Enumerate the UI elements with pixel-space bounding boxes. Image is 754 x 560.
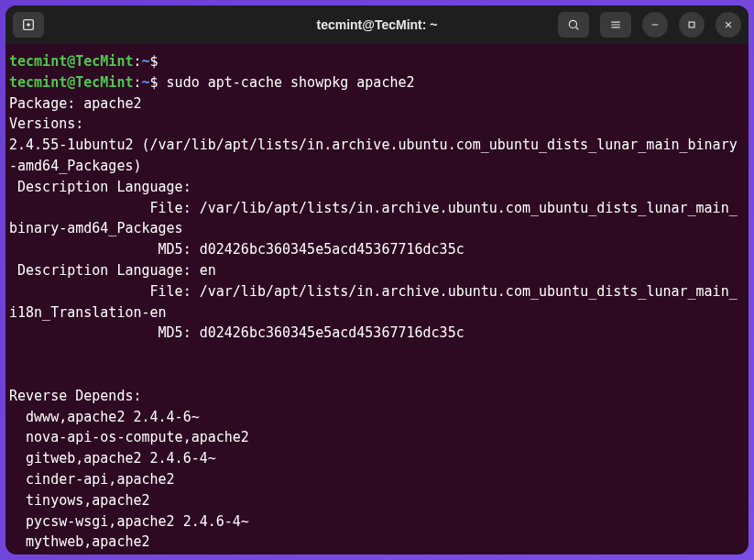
terminal-line: File: /var/lib/apt/lists/in.archive.ubun… xyxy=(9,198,745,240)
output-text: Description Language: xyxy=(9,179,191,195)
output-text: Reverse Depends: xyxy=(9,388,142,404)
output-text: 2.4.55-1ubuntu2 (/var/lib/apt/lists/in.a… xyxy=(9,137,738,174)
terminal-line: tinyows,apache2 xyxy=(9,490,745,511)
terminal-line: File: /var/lib/apt/lists/in.archive.ubun… xyxy=(9,281,745,324)
prompt-user-host: tecmint@TecMint xyxy=(9,53,133,70)
titlebar-left xyxy=(13,12,44,38)
titlebar: tecmint@TecMint: ~ xyxy=(5,5,749,44)
terminal-line: mythweb,apache2 xyxy=(9,532,745,553)
output-text: tinyows,apache2 xyxy=(9,492,150,509)
prompt-colon: : xyxy=(133,53,141,70)
minimize-icon xyxy=(649,18,661,31)
terminal-line: Package: apache2 xyxy=(9,93,745,115)
prompt-colon: : xyxy=(133,74,141,91)
prompt-path: ~ xyxy=(142,74,150,91)
terminal-line xyxy=(9,365,745,386)
output-text: mythweb,apache2 xyxy=(9,533,150,550)
output-text: MD5: d02426bc360345e5acd45367716dc35c xyxy=(9,241,464,258)
svg-point-3 xyxy=(569,20,576,27)
output-text: File: /var/lib/apt/lists/in.archive.ubun… xyxy=(9,200,738,237)
close-button[interactable] xyxy=(716,12,741,38)
terminal-line: MD5: d02426bc360345e5acd45367716dc35c xyxy=(9,239,745,260)
search-icon xyxy=(567,18,580,31)
terminal-line: Description Language: xyxy=(9,177,745,198)
prompt-user-host: tecmint@TecMint xyxy=(9,74,133,91)
maximize-icon xyxy=(685,18,698,31)
terminal-line: Reverse Depends: xyxy=(9,386,745,407)
menu-button[interactable] xyxy=(600,12,631,38)
terminal-line: tecmint@TecMint:~$ sudo apt-cache showpk… xyxy=(9,72,745,93)
command-text: sudo apt-cache showpkg apache2 xyxy=(167,74,415,91)
window-title: tecmint@TecMint: ~ xyxy=(316,17,437,32)
terminal-line: 2.4.55-1ubuntu2 (/var/lib/apt/lists/in.a… xyxy=(9,135,745,177)
output-text: dwww,apache2 2.4.4-6~ xyxy=(9,409,200,425)
output-text: nova-api-os-compute,apache2 xyxy=(9,429,249,445)
prompt-symbol: $ xyxy=(150,53,167,70)
titlebar-right xyxy=(558,12,741,38)
svg-line-4 xyxy=(575,27,578,29)
output-text: Description Language: en xyxy=(9,262,216,279)
maximize-button[interactable] xyxy=(679,12,705,38)
terminal-content[interactable]: tecmint@TecMint:~$ tecmint@TecMint:~$ su… xyxy=(5,44,749,555)
terminal-line: dwww,apache2 2.4.4-6~ xyxy=(9,407,745,428)
new-tab-button[interactable] xyxy=(13,12,44,38)
new-tab-icon xyxy=(21,17,36,32)
search-button[interactable] xyxy=(558,12,589,38)
terminal-line: cinder-api,apache2 xyxy=(9,469,745,490)
output-text: cinder-api,apache2 xyxy=(9,471,175,488)
prompt-path: ~ xyxy=(142,53,150,70)
minimize-button[interactable] xyxy=(642,12,668,38)
prompt-symbol: $ xyxy=(150,74,167,91)
terminal-line: Versions: xyxy=(9,114,745,135)
terminal-line: tecmint@TecMint:~$ xyxy=(9,51,745,72)
terminal-line xyxy=(9,344,745,365)
terminal-line: nova-api-os-compute,apache2 xyxy=(9,427,745,448)
terminal-line: gitweb,apache2 2.4.6-4~ xyxy=(9,448,745,469)
output-text: gitweb,apache2 2.4.6-4~ xyxy=(9,450,216,467)
terminal-window: tecmint@TecMint: ~ xyxy=(5,5,749,555)
svg-rect-9 xyxy=(689,22,694,27)
output-text: File: /var/lib/apt/lists/in.archive.ubun… xyxy=(9,283,738,321)
output-text: Package: apache2 xyxy=(9,95,142,112)
output-text: MD5: d02426bc360345e5acd45367716dc35c xyxy=(9,324,464,341)
hamburger-icon xyxy=(609,18,622,31)
terminal-line: MD5: d02426bc360345e5acd45367716dc35c xyxy=(9,323,745,344)
close-icon xyxy=(722,18,735,31)
output-text: pycsw-wsgi,apache2 2.4.6-4~ xyxy=(9,513,249,530)
terminal-line: Description Language: en xyxy=(9,260,745,281)
output-text: Versions: xyxy=(9,115,83,132)
terminal-line: pycsw-wsgi,apache2 2.4.6-4~ xyxy=(9,511,745,533)
